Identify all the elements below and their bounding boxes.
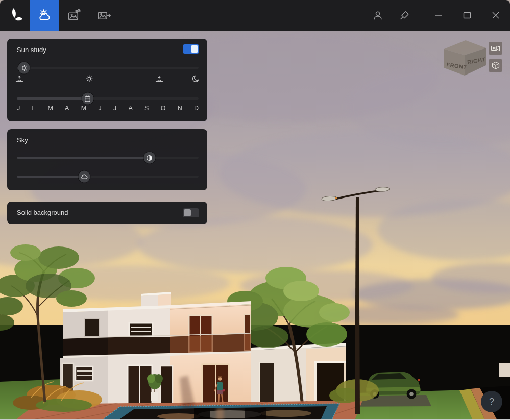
- toggle-knob: [191, 45, 198, 53]
- month-label: J: [17, 105, 20, 112]
- time-markers: [17, 75, 199, 84]
- minimize-icon: [432, 9, 445, 21]
- month-label: J: [98, 105, 101, 112]
- solid-background-panel: Solid background: [7, 202, 207, 224]
- sky-title: Sky: [17, 136, 28, 144]
- sunrise-icon: [15, 75, 24, 83]
- camera-view-icon: [491, 44, 500, 53]
- month-labels: J F M A M J J A S O N D: [17, 105, 199, 112]
- month-label: A: [128, 105, 132, 112]
- maximize-button[interactable]: [453, 0, 481, 31]
- orientation-cube[interactable]: FRONT RIGHT: [438, 34, 491, 78]
- month-label: F: [32, 105, 36, 112]
- sky-brightness-slider[interactable]: [17, 157, 199, 159]
- sun-cloud-weather-icon: [38, 9, 52, 22]
- sky-clouds-fill: [17, 176, 84, 178]
- month-label: J: [113, 105, 116, 112]
- perspective-cube-button[interactable]: [489, 59, 502, 72]
- titlebar: [0, 0, 510, 31]
- help-label: ?: [489, 397, 494, 407]
- perspective-cube-icon: [491, 61, 500, 70]
- sun-study-panel: Sun study: [7, 39, 207, 121]
- month-label: D: [194, 105, 199, 112]
- sky-brightness-handle[interactable]: [143, 152, 155, 164]
- month-label: O: [161, 105, 166, 112]
- month-label: M: [81, 105, 86, 112]
- camera-view-button[interactable]: [489, 42, 502, 55]
- noon-sun-icon: [85, 75, 93, 83]
- help-button[interactable]: ?: [481, 391, 502, 412]
- time-slider[interactable]: [17, 67, 199, 69]
- date-slider-fill: [17, 97, 88, 100]
- account-icon: [372, 9, 384, 21]
- sky-clouds-slider[interactable]: [17, 176, 199, 178]
- tab-photo-adjust[interactable]: [59, 0, 89, 31]
- sun-icon: [20, 64, 28, 71]
- image-export-icon: [97, 9, 111, 22]
- cloud-icon: [80, 173, 88, 181]
- toggle-knob: [184, 209, 191, 216]
- lumion-leaf-logo[interactable]: [0, 0, 30, 31]
- calendar-icon: [84, 95, 91, 102]
- pin-icon: [398, 9, 410, 21]
- neighbor-wall: [499, 363, 510, 377]
- maximize-icon: [461, 9, 473, 21]
- sky-panel: Sky: [7, 129, 207, 190]
- month-label: S: [144, 105, 149, 112]
- photo-adjust-icon: [67, 9, 81, 22]
- date-slider[interactable]: [17, 97, 199, 100]
- month-label: A: [65, 105, 69, 112]
- time-slider-handle[interactable]: [18, 62, 30, 74]
- moon-icon: [192, 75, 200, 83]
- tab-image-export[interactable]: [89, 0, 118, 31]
- app-window: Sun study: [0, 0, 510, 420]
- titlebar-separator: [421, 9, 421, 22]
- solid-background-toggle[interactable]: [183, 208, 199, 217]
- tab-weather[interactable]: [30, 0, 59, 31]
- account-button[interactable]: [365, 0, 391, 31]
- pin-button[interactable]: [391, 0, 418, 31]
- sun-study-title: Sun study: [17, 46, 46, 54]
- sky-clouds-handle[interactable]: [78, 171, 90, 183]
- date-slider-handle[interactable]: [82, 93, 93, 105]
- solid-background-title: Solid background: [17, 202, 68, 224]
- minimize-button[interactable]: [424, 0, 453, 31]
- close-button[interactable]: [481, 0, 510, 31]
- sunset-icon: [155, 75, 164, 83]
- close-icon: [490, 9, 502, 21]
- month-label: M: [47, 105, 53, 112]
- sky-brightness-fill: [17, 157, 150, 159]
- contrast-icon: [146, 154, 153, 161]
- sun-study-toggle[interactable]: [183, 44, 199, 54]
- month-label: N: [178, 105, 182, 112]
